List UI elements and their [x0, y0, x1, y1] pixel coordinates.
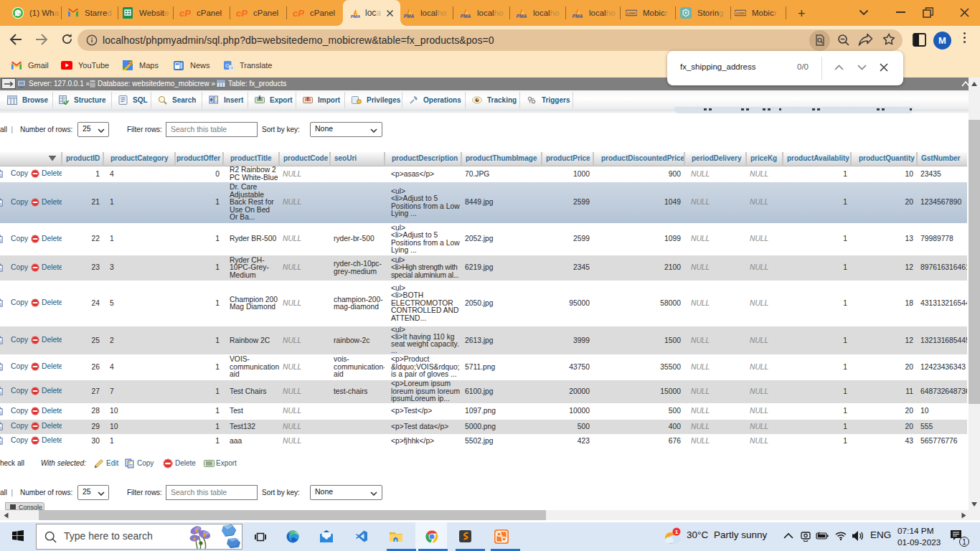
svg-text:cP: cP [236, 8, 248, 19]
svg-text:1: 1 [675, 529, 679, 535]
svg-text:cP: cP [293, 8, 304, 19]
svg-text:PMA: PMA [573, 14, 583, 19]
svg-text:PMA: PMA [404, 14, 415, 19]
svg-text:cP: cP [179, 8, 191, 19]
svg-text:LOGO: LOGO [627, 11, 636, 15]
svg-text:PMA: PMA [351, 14, 361, 19]
svg-text:PMA: PMA [461, 14, 471, 19]
svg-text:PMA: PMA [517, 14, 527, 19]
svg-text:LOGO: LOGO [736, 11, 745, 15]
